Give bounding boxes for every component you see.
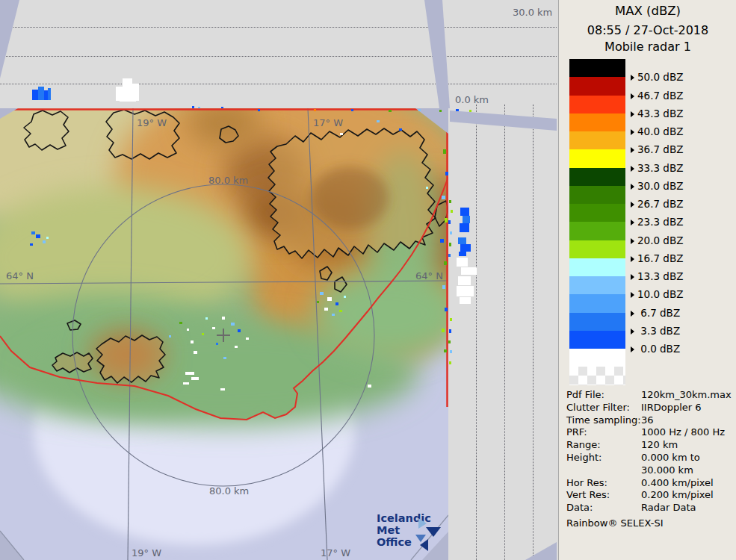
height-gridline-7km-v [476,105,477,560]
metadata-value: 0.200 km/pixel [641,489,732,502]
radar-echo [340,133,343,135]
radar-echo [194,351,197,354]
radar-echo [451,210,453,213]
radar-echo [179,322,182,324]
legend-label: 30.0 dBZ [631,180,683,192]
radar-echo [426,187,428,189]
metadata-value: 120 km [641,439,732,452]
radar-echo [439,110,442,112]
radar-echo [469,110,471,112]
radar-echo [36,234,40,238]
radar-echo [205,317,208,320]
radar-echo [31,231,35,234]
radar-echo [48,88,51,100]
metadata-value: Radar Data [641,502,732,514]
metadata-label: Pdf File: [566,389,641,402]
radar-echo [444,349,447,352]
legend-color-band [569,149,625,167]
logo-text-line2: Office [377,536,451,548]
product-title: MAX (dBZ) [559,4,736,18]
legend-arrow-icon [631,93,634,99]
metadata-label: PRF: [566,426,641,439]
radar-echo [202,333,204,335]
radar-echo [460,223,469,232]
radar-echo [314,109,316,111]
legend-color-band [569,131,625,149]
metadata-row: Hor Res:0.400 km/pixel [566,477,732,490]
legend-label: 23.3 dBZ [631,216,683,228]
map-label: 19° W [137,117,167,128]
legend-color-band [569,204,625,222]
legend-label: 46.7 dBZ [631,90,683,102]
legend-label: 3.3 dBZ [631,325,680,337]
legend-color-band [569,294,625,312]
product-metadata: Pdf File:120km_30km.maxClutter Filter:II… [566,389,732,530]
software-signature: Rainbow® SELEX-SI [566,517,732,530]
legend-color-band [569,240,625,258]
legend-color-band [569,59,625,77]
radar-echo [458,237,466,244]
legend-label: 20.0 dBZ [631,234,683,246]
radar-echo [120,97,136,102]
legend-label: 33.3 dBZ [631,162,683,174]
radar-echo [169,335,171,337]
radar-echo [459,252,466,256]
radar-echo [344,296,346,298]
legend-arrow-icon [631,202,634,208]
radar-echo [238,329,241,332]
map-label: 64° N [415,270,443,281]
legend-arrow-icon [631,346,634,352]
radar-echo [32,90,38,100]
radar-echo [418,109,421,111]
legend-arrow-icon [631,256,634,262]
radar-echo [440,239,444,243]
radar-echo [457,286,474,296]
legend-label: 10.0 dBZ [631,288,683,300]
icelandic-met-office-logo: Icelandic Met Office [377,512,451,556]
radar-echo [191,340,194,343]
radar-echo [43,240,46,243]
legend-label: 0.0 dBZ [631,343,680,355]
legend-color-band [569,331,625,349]
radar-echo [445,218,448,223]
radar-echo [442,285,445,289]
radar-echo [368,385,371,388]
radar-echo [335,302,338,305]
radar-echo [222,317,225,320]
metadata-row: Height:0.000 km to 30.000 km [566,452,732,477]
legend-color-band [569,313,625,331]
metadata-label: Hor Res: [566,477,641,490]
height-gridline-22km [0,27,557,28]
radar-echo [30,243,33,246]
radar-echo [183,382,189,385]
radar-echo [351,109,353,111]
legend-color-band [569,186,625,204]
radar-echo [46,237,49,239]
radar-echo [445,172,448,175]
legend-arrow-icon [631,292,634,298]
legend-arrow-icon [631,111,634,117]
legend-color-band [569,77,625,95]
legend-label: 26.7 dBZ [631,198,683,210]
radar-echo [235,346,238,348]
metadata-row: Pdf File:120km_30km.max [566,389,732,402]
radar-echo [327,297,332,301]
legend-arrow-icon [631,184,634,190]
legend-color-band [569,96,625,113]
radar-echo [460,297,471,304]
radar-echo [461,267,477,275]
radar-echo [320,292,324,295]
metadata-row: Data:Radar Data [566,502,732,514]
radar-echo [457,258,468,267]
metadata-value: 1000 Hz / 800 Hz [641,426,732,439]
legend-color-band [569,276,625,294]
radar-echo [458,276,471,285]
height-gridline-22km-v [533,105,534,560]
logo-triangle-icon [426,527,441,537]
radar-echo [339,310,342,312]
radar-echo [442,329,445,332]
map-label: 30.0 km [513,7,552,18]
radar-echo [221,107,223,108]
metadata-row: PRF:1000 Hz / 800 Hz [566,426,732,439]
legend-label: 6.7 dBZ [631,307,680,319]
